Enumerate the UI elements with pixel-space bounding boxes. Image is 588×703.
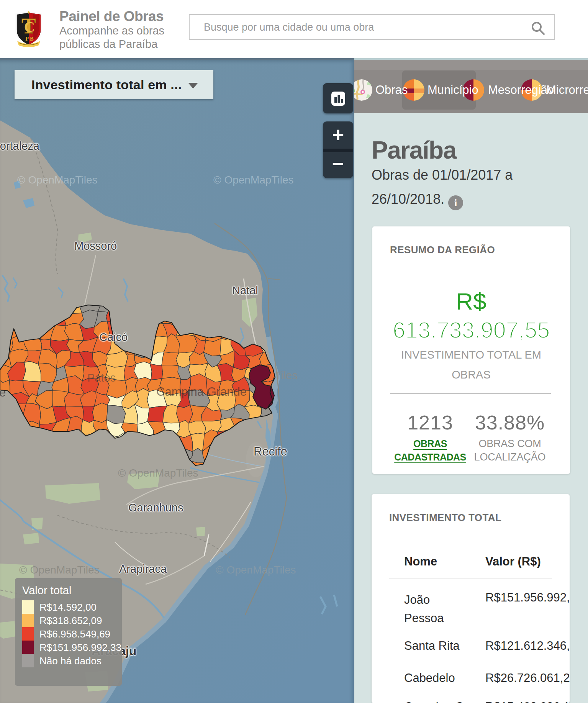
svg-text:C: C bbox=[24, 18, 35, 35]
svg-text:P: P bbox=[25, 36, 29, 42]
svg-text:B: B bbox=[30, 36, 34, 42]
